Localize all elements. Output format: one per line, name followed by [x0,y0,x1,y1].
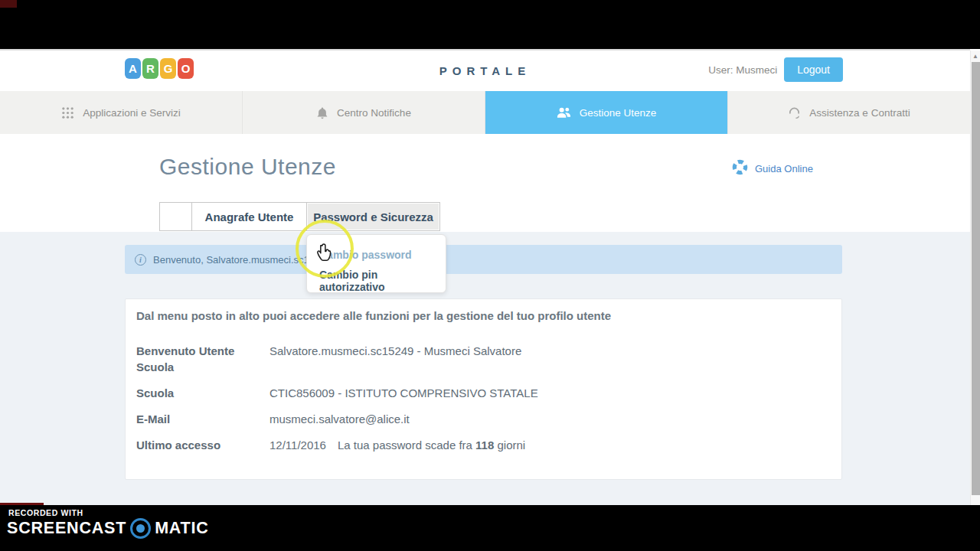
password-expiry-note: La tua password scade fra 118 giorni [338,439,525,452]
welcome-banner-text: Benvenuto, Salvatore.musmeci.sc15249 [153,254,332,266]
profile-card-intro: Dal menu posto in alto puoi accedere all… [136,309,831,322]
row-label: E-Mail [136,411,270,427]
screencast-o-matic-icon [130,518,151,539]
nav-tab-gestione-utenze[interactable]: Gestione Utenze [485,91,728,134]
grid-icon [61,106,74,119]
app-header: A R G O PORTALE User: Musmeci Logout [0,51,970,91]
users-icon [557,106,571,119]
screencast-o-matic-watermark: SCREENCAST MATIC [7,518,209,539]
page-title: Gestione Utenze [159,154,336,180]
scrollbar-thumb[interactable] [972,62,980,495]
guide-link-label: Guida Online [755,163,813,174]
recording-top-bar [0,0,980,49]
bell-icon [316,106,328,119]
header-user-area: User: Musmeci Logout [708,57,843,82]
recording-artifact [0,0,17,8]
watermark-brand-right: MATIC [155,519,208,538]
row-value: Salvatore.musmeci.sc15249 - Musmeci Salv… [270,343,521,375]
main-nav: Applicazioni e Servizi Centro Notifiche … [0,91,970,134]
logged-user-label: User: Musmeci [708,64,777,76]
nav-tab-assistenza-e-contratti[interactable]: Assistenza e Contratti [728,91,970,134]
info-icon: i [135,254,146,266]
nav-tab-label: Centro Notifiche [337,107,411,119]
row-value: 12/11/2016La tua password scade fra 118 … [270,437,525,453]
page-header-band: Gestione Utenze Guida Online Anagrafe Ut… [0,134,970,232]
recording-artifact [0,503,44,505]
row-label: Scuola [136,385,270,401]
profile-row-ultimo-accesso: Ultimo accesso 12/11/2016La tua password… [136,437,831,453]
content-area: i Benvenuto, Salvatore.musmeci.sc15249 D… [0,232,970,505]
vertical-scrollbar[interactable]: ▲ [970,51,980,505]
nav-tab-label: Assistenza e Contratti [809,107,910,119]
expiry-days: 118 [475,439,494,452]
profile-card: Dal menu posto in alto puoi accedere all… [125,298,842,480]
section-tab-spacer[interactable] [159,202,191,231]
row-value: musmeci.salvatore@alice.it [270,411,410,427]
recording-bottom-bar: RECORDED WITH SCREENCAST MATIC [0,505,980,551]
watermark-brand-left: SCREENCAST [7,519,126,538]
nav-tab-label: Applicazioni e Servizi [83,107,181,119]
life-buoy-icon [732,159,748,178]
logout-button[interactable]: Logout [784,57,843,82]
guida-online-link[interactable]: Guida Online [732,159,813,178]
profile-row-email: E-Mail musmeci.salvatore@alice.it [136,411,831,427]
nav-tab-label: Gestione Utenze [580,107,657,119]
section-tab-anagrafe-utente[interactable]: Anagrafe Utente [191,202,306,231]
scrollbar-up-arrow[interactable]: ▲ [971,51,980,61]
profile-row-scuola: Scuola CTIC856009 - ISTITUTO COMPRENSIVO… [136,385,831,401]
menu-item-cambio-pin-autorizzativo[interactable]: Cambio pin autorizzativo [307,265,446,297]
headset-icon [788,106,801,119]
profile-row-utente: Benvenuto Utente Scuola Salvatore.musmec… [136,343,831,375]
profile-rows: Benvenuto Utente Scuola Salvatore.musmec… [136,343,831,453]
last-access-date: 12/11/2016 [270,439,326,452]
welcome-banner: i Benvenuto, Salvatore.musmeci.sc15249 [125,245,842,274]
screen: A R G O PORTALE User: Musmeci Logout App… [0,0,980,551]
password-sicurezza-dropdown: Cambio password Cambio pin autorizzativo [306,234,446,293]
row-value: CTIC856009 - ISTITUTO COMPRENSIVO STATAL… [270,385,538,401]
row-label: Benvenuto Utente Scuola [136,343,270,375]
watermark-recorded-with: RECORDED WITH [8,508,83,517]
section-tabs: Anagrafe Utente Password e Sicurezza [159,202,440,231]
nav-tab-centro-notifiche[interactable]: Centro Notifiche [243,91,485,134]
row-label: Ultimo accesso [136,437,270,453]
menu-item-cambio-password[interactable]: Cambio password [307,245,446,265]
nav-tab-applicazioni-e-servizi[interactable]: Applicazioni e Servizi [0,91,243,134]
section-tab-password-e-sicurezza[interactable]: Password e Sicurezza [306,202,440,231]
